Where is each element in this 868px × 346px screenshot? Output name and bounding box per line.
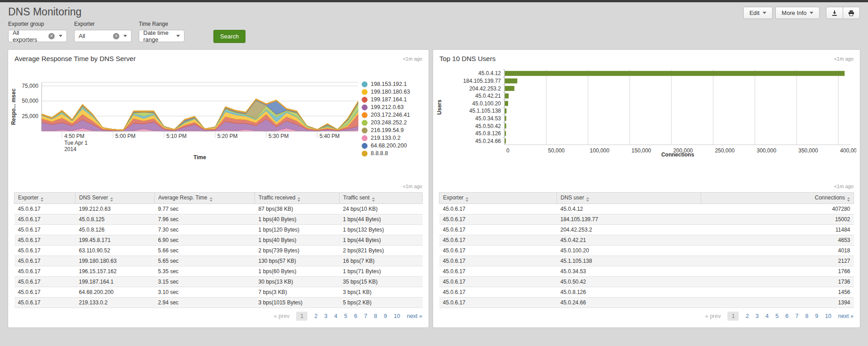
legend-item[interactable]: 216.199.54.9 (362, 127, 425, 134)
bar-45.0.100.20[interactable] (505, 101, 508, 106)
pagination-page-6[interactable]: 6 (785, 313, 788, 319)
clear-icon[interactable]: × (48, 33, 55, 39)
legend-label: 219.133.0.2 (371, 134, 401, 142)
table-cell: 45.0.6.17 (14, 225, 75, 235)
table-cell: 1 bps(71 Bytes) (340, 266, 423, 277)
table-cell: 4653 (701, 235, 854, 246)
table-cell: 1 bps(60 Bytes) (255, 266, 340, 277)
column-header-label: Traffic sent (343, 194, 370, 201)
clear-icon[interactable]: × (113, 33, 119, 39)
pagination-page-8[interactable]: 8 (805, 313, 808, 319)
table-cell: 45.0.24.66 (557, 298, 701, 308)
table-cell: 1394 (701, 298, 854, 308)
bar-45.0.50.42[interactable] (505, 123, 506, 128)
column-header-connections[interactable]: Connections (701, 193, 854, 204)
table-cell: 45.0.6.17 (439, 266, 557, 277)
table-cell: 4018 (701, 246, 854, 256)
table-cell: 45.0.6.17 (439, 287, 557, 298)
x-tick-label: 5:30 PM (269, 133, 289, 139)
bar-45.0.24.66[interactable] (505, 138, 506, 143)
pagination-page-10[interactable]: 10 (394, 313, 400, 319)
legend-item[interactable]: 64.68.200.200 (362, 142, 425, 150)
column-header-exporter[interactable]: Exporter (439, 193, 557, 204)
pagination: « prev12345678910next » (433, 308, 860, 319)
pagination-next[interactable]: next » (407, 313, 422, 319)
legend-item[interactable]: 219.133.0.2 (362, 134, 425, 142)
table-row: 45.0.6.17196.15.157.1625.35 sec1 bps(60 … (14, 266, 423, 277)
table-cell: 1 bps(120 Bytes) (255, 225, 340, 235)
time-range-select[interactable]: Date time range (139, 30, 184, 42)
column-header-traffic-received[interactable]: Traffic received (255, 193, 340, 204)
bar-45.0.34.53[interactable] (505, 116, 506, 121)
pagination-page-4[interactable]: 4 (334, 313, 337, 319)
table-row: 45.0.6.1745.0.100.204018 (439, 246, 854, 256)
legend-item[interactable]: 203.172.246.41 (362, 111, 425, 119)
sort-icon (297, 197, 300, 202)
bar-45.0.8.126[interactable] (505, 131, 506, 136)
pagination: « prev12345678910next » (8, 308, 429, 319)
bar-184.105.139.77[interactable] (505, 78, 518, 83)
exporter-select[interactable]: All × (74, 30, 132, 42)
bar-45.0.4.12[interactable] (505, 71, 845, 76)
pagination-page-1[interactable]: 1 (727, 312, 739, 321)
pagination-page-8[interactable]: 8 (374, 313, 377, 319)
pagination-page-2[interactable]: 2 (745, 313, 749, 319)
column-header-exporter[interactable]: Exporter (14, 193, 75, 204)
pagination-prev[interactable]: « prev (705, 313, 721, 319)
pagination-page-7[interactable]: 7 (364, 313, 367, 319)
table-cell: 45.0.6.17 (439, 225, 557, 235)
category-label: 204.42.253.2 (469, 85, 501, 92)
sort-icon (210, 197, 212, 202)
table-cell: 5.65 sec (155, 256, 255, 266)
print-button[interactable] (843, 7, 860, 19)
legend-item[interactable]: 199.212.0.63 (362, 104, 425, 111)
column-header-traffic-sent[interactable]: Traffic sent (340, 193, 423, 204)
pagination-page-10[interactable]: 10 (825, 313, 831, 319)
pagination-page-9[interactable]: 9 (815, 313, 818, 319)
pagination-next[interactable]: next » (838, 313, 854, 319)
table-cell: 2127 (701, 256, 854, 266)
pagination-page-2[interactable]: 2 (314, 313, 317, 319)
pagination-page-9[interactable]: 9 (384, 313, 387, 319)
table-cell: 45.0.6.17 (14, 214, 75, 225)
legend-item[interactable]: 199.187.164.1 (362, 96, 425, 104)
pagination-page-3[interactable]: 3 (755, 313, 759, 319)
y-axis-title: Users (436, 100, 443, 115)
legend-item[interactable]: 198.153.192.1 (362, 81, 425, 88)
pagination-page-3[interactable]: 3 (324, 313, 327, 319)
pagination-page-5[interactable]: 5 (344, 313, 347, 319)
category-label: 184.105.139.77 (463, 78, 501, 84)
pagination-page-4[interactable]: 4 (765, 313, 769, 319)
time-range-label: Time Range (139, 21, 184, 27)
pagination-page-1[interactable]: 1 (296, 312, 307, 321)
table-cell: 3 bps(1015 Bytes) (255, 298, 340, 308)
column-header-average-resp-time[interactable]: Average Resp. Time (155, 193, 255, 204)
legend-item[interactable]: 8.8.8.8 (362, 150, 425, 157)
sort-icon (847, 197, 850, 202)
x-axis-title: Time (193, 154, 206, 161)
exporter-group-label: Exporter group (8, 21, 67, 27)
pagination-page-7[interactable]: 7 (795, 313, 798, 319)
bar-45.1.105.138[interactable] (505, 109, 507, 114)
pagination-prev[interactable]: « prev (274, 313, 290, 319)
chevron-down-icon (176, 35, 180, 37)
bar-45.0.42.21[interactable] (505, 94, 509, 99)
exporter-group-select[interactable]: All exporters × (8, 30, 67, 42)
table-cell: 1766 (701, 266, 854, 277)
search-button[interactable]: Search (213, 30, 245, 43)
area-chart-container: 25,00050,00075,0004:50 PMTue Apr 120145:… (10, 79, 362, 184)
last-updated-badge: <1m ago (834, 182, 854, 189)
table-cell: 184.105.139.77 (557, 214, 701, 225)
pagination-page-5[interactable]: 5 (775, 313, 778, 319)
legend-item[interactable]: 203.248.252.2 (362, 119, 425, 127)
more-info-button[interactable]: More Info (775, 7, 820, 19)
legend-item[interactable]: 199.180.180.63 (362, 88, 425, 96)
edit-button[interactable]: Edit (743, 7, 773, 19)
table-cell: 45.0.6.17 (439, 256, 557, 266)
download-button[interactable] (826, 7, 843, 19)
column-header-dns-user[interactable]: DNS user (557, 193, 701, 204)
table-row: 45.0.6.1745.0.24.661394 (439, 298, 854, 308)
pagination-page-6[interactable]: 6 (354, 313, 357, 319)
column-header-dns-server[interactable]: DNS Server (75, 193, 155, 204)
bar-204.42.253.2[interactable] (505, 86, 514, 91)
